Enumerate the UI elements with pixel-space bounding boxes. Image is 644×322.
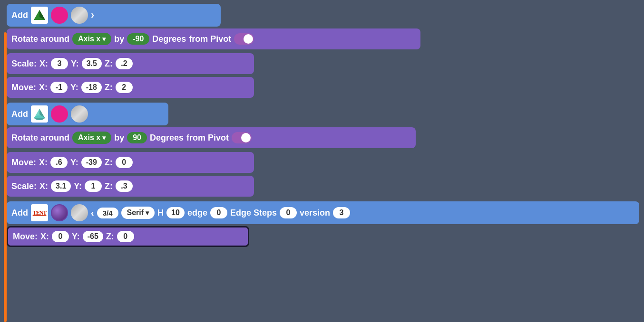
- scale-label-1: Scale:: [11, 59, 37, 69]
- arrow-right-1[interactable]: ›: [91, 9, 94, 21]
- y-label-s1: Y:: [71, 59, 79, 69]
- move-label-2: Move:: [11, 158, 36, 168]
- gray-circle-1[interactable]: [71, 7, 88, 24]
- degrees-label-2: Degrees: [150, 133, 184, 143]
- x-label-m2: X:: [39, 158, 48, 168]
- move-x-3[interactable]: 0: [52, 231, 69, 242]
- chevron-down-icon: ▾: [102, 35, 106, 43]
- gray-circle-2[interactable]: [71, 105, 88, 123]
- move-block-1: Move: X: -1 Y: -18 Z: 2: [7, 77, 254, 98]
- scale-y-2[interactable]: 1: [85, 180, 102, 192]
- move-x-1[interactable]: -1: [50, 82, 68, 93]
- arrow-left-3[interactable]: ‹: [91, 208, 94, 218]
- scale-z-2[interactable]: .3: [116, 180, 133, 192]
- y-label-m3: Y:: [72, 232, 80, 242]
- move-block-2: Move: X: .6 Y: -39 Z: 0: [7, 152, 254, 173]
- scale-y-1[interactable]: 3.5: [82, 58, 102, 69]
- move-label-1: Move:: [11, 83, 36, 93]
- scale-x-2[interactable]: 3.1: [51, 180, 71, 192]
- move-z-3[interactable]: 0: [117, 231, 134, 242]
- axis-dropdown-2[interactable]: Axis x ▾: [72, 132, 111, 144]
- rotate-block-2: Rotate around Axis x ▾ by 90 Degrees fro…: [7, 127, 416, 148]
- edge-label: edge: [187, 208, 207, 218]
- move-y-3[interactable]: -65: [83, 231, 103, 242]
- orange-bar: [4, 32, 7, 322]
- x-label-s2: X:: [39, 181, 48, 191]
- rotate-value-2[interactable]: 90: [127, 132, 147, 143]
- x-label-s1: X:: [39, 59, 48, 69]
- pink-circle-1[interactable]: [51, 7, 68, 24]
- move-z-2[interactable]: 0: [116, 157, 133, 168]
- y-label-m1: Y:: [70, 83, 78, 93]
- x-label-m3: X:: [40, 232, 49, 242]
- z-label-s1: Z:: [105, 59, 113, 69]
- add-label-1: Add: [11, 10, 28, 20]
- z-label-m1: Z:: [105, 83, 113, 93]
- font-dropdown[interactable]: Serif ▾: [121, 207, 155, 219]
- rotate-value-1[interactable]: -90: [127, 33, 149, 45]
- y-label-s2: Y:: [74, 181, 82, 191]
- add-label-3: Add: [11, 208, 28, 218]
- move-y-2[interactable]: -39: [81, 157, 102, 168]
- scale-x-1[interactable]: 3: [51, 58, 68, 69]
- version-value[interactable]: 3: [333, 207, 350, 218]
- version-label: version: [300, 208, 330, 218]
- rotate-block-1: Rotate around Axis x ▾ by -90 Degrees fr…: [7, 28, 420, 49]
- by-label-1: by: [114, 34, 124, 44]
- pink-circle-2[interactable]: [51, 105, 68, 123]
- scale-block-2: Scale: X: 3.1 Y: 1 Z: .3: [7, 176, 254, 197]
- toggle-1[interactable]: [234, 33, 254, 45]
- from-pivot-label-2: from Pivot: [186, 133, 229, 143]
- move-block-3: Move: X: 0 Y: -65 Z: 0: [7, 226, 249, 247]
- scale-label-2: Scale:: [11, 181, 37, 191]
- z-label-m2: Z:: [105, 158, 113, 168]
- fraction-display[interactable]: 3/4: [97, 208, 118, 218]
- chevron-down-icon-3: ▾: [146, 209, 149, 217]
- add-block-3: Add TENT ‹ 3/4 Serif ▾ H 10 edge 0 Edge …: [7, 201, 639, 224]
- add-block-2: Add: [7, 103, 168, 125]
- by-label-2: by: [114, 133, 124, 143]
- add-block-1: Add ›: [7, 4, 221, 27]
- add-label-2: Add: [11, 109, 28, 119]
- h-value[interactable]: 10: [166, 207, 185, 218]
- gray-circle-3[interactable]: [71, 204, 88, 221]
- z-label-m3: Z:: [106, 232, 114, 242]
- move-z-1[interactable]: 2: [116, 82, 133, 93]
- edge-steps-label: Edge Steps: [230, 208, 277, 218]
- edge-value[interactable]: 0: [210, 207, 227, 218]
- purple-circle-3[interactable]: [51, 204, 68, 221]
- rotate-label-1: Rotate around: [11, 34, 69, 44]
- scale-block-1: Scale: X: 3 Y: 3.5 Z: .2: [7, 53, 254, 74]
- green-pyramid-icon: [31, 7, 48, 24]
- chevron-down-icon-2: ▾: [102, 134, 106, 142]
- h-label: H: [157, 208, 164, 218]
- from-pivot-label-1: from Pivot: [189, 34, 231, 44]
- x-label-m1: X:: [39, 83, 48, 93]
- move-x-2[interactable]: .6: [50, 157, 68, 168]
- axis-dropdown-1[interactable]: Axis x ▾: [72, 33, 111, 45]
- toggle-2[interactable]: [232, 132, 252, 143]
- degrees-label-1: Degrees: [152, 34, 186, 44]
- rotate-label-2: Rotate around: [11, 133, 69, 143]
- move-label-3: Move:: [13, 232, 38, 242]
- move-y-1[interactable]: -18: [81, 82, 102, 93]
- scale-z-1[interactable]: .2: [116, 58, 133, 69]
- y-label-m2: Y:: [70, 158, 78, 168]
- teal-cone-icon: [31, 105, 48, 123]
- text-shape-icon: TENT: [31, 204, 48, 221]
- edge-steps-value[interactable]: 0: [280, 207, 297, 218]
- z-label-s2: Z:: [105, 181, 113, 191]
